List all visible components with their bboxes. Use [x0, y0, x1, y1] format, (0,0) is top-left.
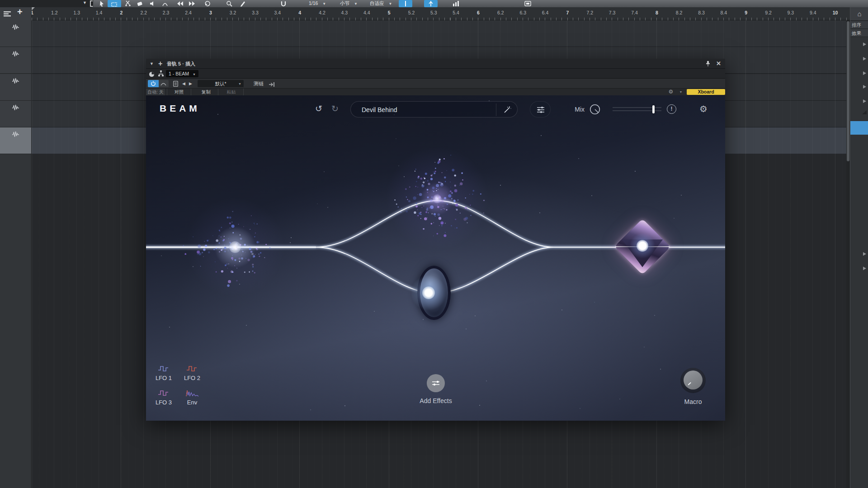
pin-icon[interactable]	[705, 61, 711, 69]
eraser-tool-icon[interactable]	[137, 0, 144, 7]
cube-core	[637, 240, 648, 252]
expand-arrow-icon[interactable]	[863, 99, 866, 103]
ruler-label: 3	[209, 10, 212, 15]
modulator-label: Env	[181, 399, 203, 406]
zoom-tool-icon[interactable]	[226, 0, 233, 7]
track-list-menu-icon[interactable]	[4, 11, 11, 17]
split-tool-icon[interactable]	[125, 0, 132, 7]
gear-icon[interactable]: ⚙	[699, 103, 708, 114]
track-header[interactable]	[0, 127, 31, 154]
modulator-item[interactable]: LFO 3	[152, 389, 175, 406]
ruler-label: 5.4	[453, 10, 459, 15]
sidechain-label[interactable]: 测链	[254, 79, 264, 89]
close-icon[interactable]: ✕	[716, 59, 721, 69]
expand-arrow-icon[interactable]	[863, 57, 866, 61]
vertical-scrollbar[interactable]	[846, 20, 850, 488]
chevron-down-icon[interactable]: ▼	[150, 59, 154, 69]
effects-view-button[interactable]	[530, 101, 551, 117]
scrollbar-thumb[interactable]	[847, 21, 849, 161]
plugin-slot-selector[interactable]: 1 - BEAM ▼	[166, 70, 198, 77]
macro-label: Macro	[675, 398, 711, 405]
range-tool-icon[interactable]	[89, 0, 96, 7]
redo-icon[interactable]: ↻	[331, 103, 339, 114]
arrow-tool-icon[interactable]	[99, 0, 106, 7]
mix-knob-icon[interactable]	[149, 71, 155, 79]
follow-mode-dropdown[interactable]: 自适应 ▼	[370, 0, 392, 7]
modulator-item[interactable]: LFO 2	[181, 365, 203, 381]
xboard-button[interactable]: Xboard	[687, 89, 725, 95]
performance-meter-icon[interactable]	[452, 0, 459, 7]
undo-icon[interactable]: ↺	[315, 103, 322, 114]
loop-icon[interactable]	[204, 0, 212, 7]
quantize-dropdown[interactable]: 1/16 ▼	[309, 0, 326, 7]
add-track-button[interactable]: +	[17, 7, 23, 17]
gear-icon[interactable]: ⚙	[667, 89, 675, 95]
preset-browser-field[interactable]: Devil Behind	[350, 101, 518, 117]
magic-wand-icon[interactable]	[504, 106, 511, 115]
precount-toggle-on[interactable]	[424, 0, 438, 7]
expand-arrow-icon[interactable]	[863, 71, 866, 75]
routing-icon[interactable]	[158, 70, 164, 79]
track-header[interactable]	[0, 101, 31, 127]
slider-thumb[interactable]	[652, 105, 655, 113]
ruler-label: 8.2	[676, 10, 683, 15]
paste-button[interactable]: 粘贴	[219, 89, 244, 95]
pen-tool-icon[interactable]	[240, 0, 247, 7]
playhead-marker[interactable]	[32, 7, 35, 10]
mute-tool-icon[interactable]	[149, 0, 156, 7]
waveform-icon	[12, 77, 19, 84]
track-header[interactable]	[0, 47, 31, 74]
copy-button[interactable]: 复制	[194, 89, 218, 95]
home-icon[interactable]: ⌂	[850, 7, 868, 21]
bend-tool-icon[interactable]	[162, 0, 169, 7]
mix-output-slider[interactable]	[613, 105, 661, 113]
plugin-slot-row: 1 - BEAM ▼	[146, 69, 725, 79]
mix-knob[interactable]	[590, 104, 600, 117]
preset-name: Devil Behind	[362, 102, 397, 118]
chevron-down-icon[interactable]: ▼	[678, 89, 684, 95]
ruler-label: 9	[745, 10, 747, 15]
ruler-label: 6	[477, 10, 480, 15]
modulator-item[interactable]: Env	[181, 389, 203, 406]
fast-forward-icon[interactable]	[188, 0, 195, 7]
waveform-icon	[12, 23, 19, 31]
bypass-curve-button[interactable]	[159, 80, 169, 87]
paint-tool-button-selected[interactable]	[108, 0, 121, 7]
timeline-ruler[interactable]: 11.21.31.422.22.32.433.23.33.444.24.34.4…	[32, 7, 847, 20]
preset-dropdown[interactable]: 默认* ▼	[198, 80, 244, 87]
rewind-icon[interactable]	[176, 0, 184, 7]
modulator-item[interactable]: LFO 1	[152, 365, 175, 381]
expand-arrow-icon[interactable]	[863, 267, 866, 270]
chevron-down-icon: ▼	[354, 0, 358, 7]
modulator-label: LFO 2	[181, 375, 203, 381]
track-header[interactable]	[0, 74, 31, 101]
browser-effects-row[interactable]: 效果	[850, 29, 868, 37]
waveform-icon	[12, 50, 19, 57]
timebase-dropdown[interactable]: 小节 ▼	[340, 0, 358, 7]
metronome-toggle-on[interactable]	[399, 0, 412, 7]
track-header[interactable]	[0, 20, 31, 47]
collapse-corner-icon	[862, 110, 867, 114]
compare-button[interactable]: 对照	[167, 89, 191, 95]
preset-file-icon[interactable]	[173, 80, 178, 89]
plugin-titlebar[interactable]: ▼ + 音轨 5 · 插入 ✕	[146, 59, 725, 69]
macro-knob[interactable]	[684, 371, 703, 389]
plugin-power-button[interactable]	[148, 80, 159, 87]
expand-arrow-icon[interactable]	[863, 85, 866, 89]
browser-sort-row[interactable]: 排序	[850, 21, 868, 29]
add-insert-button[interactable]: +	[158, 59, 162, 68]
magnet-snap-icon[interactable]	[280, 0, 288, 7]
tool-menu-dropdown[interactable]: ▼	[0, 0, 93, 7]
previous-preset-icon[interactable]: ◀	[182, 79, 185, 89]
expand-arrow-icon[interactable]	[863, 42, 866, 46]
warning-icon[interactable]: !	[667, 104, 676, 114]
sidechain-input-icon[interactable]	[269, 81, 275, 89]
expand-arrow-icon[interactable]	[863, 252, 866, 256]
ruler-label: 7	[566, 10, 569, 15]
add-effects-button[interactable]	[427, 374, 445, 392]
plugin-toolbar-row: ◀ ▶ 默认* ▼ 测链	[146, 79, 725, 89]
automation-mode-button[interactable]: 自动: 关	[146, 89, 165, 95]
selected-browser-item[interactable]	[850, 121, 868, 135]
device-panel-icon[interactable]	[524, 0, 532, 7]
next-preset-icon[interactable]: ▶	[189, 79, 192, 89]
